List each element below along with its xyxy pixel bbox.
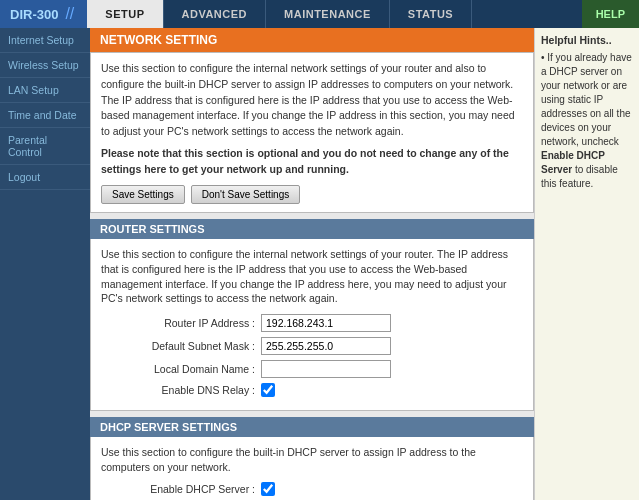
router-settings-desc: Use this section to configure the intern…: [101, 247, 523, 306]
help-text: • If you already have a DHCP server on y…: [541, 51, 633, 191]
main-layout: Internet Setup Wireless Setup LAN Setup …: [0, 28, 639, 500]
tab-status[interactable]: STATUS: [390, 0, 472, 28]
router-ip-row: Router IP Address :: [101, 314, 523, 332]
sidebar-item-internet-setup[interactable]: Internet Setup: [0, 28, 90, 53]
sidebar-item-lan-setup[interactable]: LAN Setup: [0, 78, 90, 103]
intro-note: Please note that this section is optiona…: [101, 146, 523, 178]
subnet-mask-row: Default Subnet Mask :: [101, 337, 523, 355]
sidebar: Internet Setup Wireless Setup LAN Setup …: [0, 28, 90, 500]
logo-text: DIR-300: [10, 7, 58, 22]
enable-dhcp-label: Enable DHCP Server :: [101, 483, 261, 495]
sidebar-item-time-date[interactable]: Time and Date: [0, 103, 90, 128]
top-bar: DIR-300 // SETUP ADVANCED MAINTENANCE ST…: [0, 0, 639, 28]
logo-divider: //: [65, 5, 74, 23]
domain-name-input[interactable]: [261, 360, 391, 378]
enable-dhcp-checkbox[interactable]: [261, 482, 275, 496]
dhcp-settings-desc: Use this section to configure the built-…: [101, 445, 523, 474]
action-buttons: Save Settings Don't Save Settings: [101, 185, 523, 204]
router-settings-title: ROUTER SETTINGS: [90, 219, 534, 239]
intro-text: Use this section to configure the intern…: [101, 61, 523, 140]
network-setting-intro: Use this section to configure the intern…: [90, 52, 534, 213]
help-title: Helpful Hints..: [541, 34, 633, 46]
tab-maintenance[interactable]: MAINTENANCE: [266, 0, 390, 28]
router-ip-input[interactable]: [261, 314, 391, 332]
save-settings-button[interactable]: Save Settings: [101, 185, 185, 204]
help-panel: Helpful Hints.. • If you already have a …: [534, 28, 639, 500]
router-settings-section: ROUTER SETTINGS Use this section to conf…: [90, 219, 534, 411]
sidebar-item-parental-control[interactable]: Parental Control: [0, 128, 90, 165]
enable-dhcp-row: Enable DHCP Server :: [101, 482, 523, 496]
logo: DIR-300 //: [0, 0, 87, 28]
tab-help[interactable]: HELP: [582, 0, 639, 28]
dhcp-settings-content: Use this section to configure the built-…: [90, 437, 534, 500]
dns-relay-checkbox[interactable]: [261, 383, 275, 397]
sidebar-item-wireless-setup[interactable]: Wireless Setup: [0, 53, 90, 78]
router-ip-label: Router IP Address :: [101, 317, 261, 329]
domain-name-row: Local Domain Name :: [101, 360, 523, 378]
network-setting-header: NETWORK SETTING: [90, 28, 534, 52]
subnet-mask-label: Default Subnet Mask :: [101, 340, 261, 352]
dns-relay-row: Enable DNS Relay :: [101, 383, 523, 397]
dont-save-settings-button[interactable]: Don't Save Settings: [191, 185, 301, 204]
tab-advanced[interactable]: ADVANCED: [164, 0, 267, 28]
tab-setup[interactable]: SETUP: [87, 0, 163, 28]
sidebar-item-logout[interactable]: Logout: [0, 165, 90, 190]
content-area: NETWORK SETTING Use this section to conf…: [90, 28, 534, 500]
dhcp-settings-section: DHCP SERVER SETTINGS Use this section to…: [90, 417, 534, 500]
router-settings-content: Use this section to configure the intern…: [90, 239, 534, 411]
subnet-mask-input[interactable]: [261, 337, 391, 355]
domain-name-label: Local Domain Name :: [101, 363, 261, 375]
nav-tabs: SETUP ADVANCED MAINTENANCE STATUS HELP: [87, 0, 639, 28]
dhcp-settings-title: DHCP SERVER SETTINGS: [90, 417, 534, 437]
dns-relay-label: Enable DNS Relay :: [101, 384, 261, 396]
